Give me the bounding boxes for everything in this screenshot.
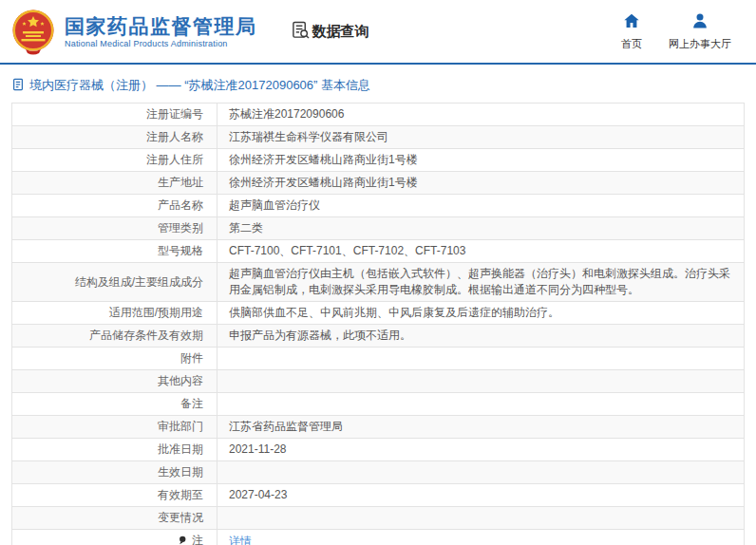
row-value bbox=[217, 393, 745, 416]
row-value: 第二类 bbox=[217, 217, 745, 240]
table-row: 产品名称超声脑血管治疗仪 bbox=[12, 195, 745, 217]
row-value: 2021-11-28 bbox=[217, 439, 745, 461]
table-row: 注册证编号苏械注准20172090606 bbox=[12, 103, 745, 126]
table-row: 注详情 bbox=[12, 530, 745, 545]
row-value: 供脑部供血不足、中风前兆期、中风后康复及后遗症的辅助治疗。 bbox=[217, 302, 745, 325]
header-nav: 首页 网上办事大厅 bbox=[621, 11, 743, 51]
row-label: 结构及组成/主要组成成分 bbox=[12, 263, 217, 302]
table-row: 批准日期2021-11-28 bbox=[12, 439, 745, 461]
brand-subtitle: National Medical Products Administration bbox=[65, 39, 257, 48]
row-label: 产品储存条件及有效期 bbox=[12, 325, 217, 348]
row-value: CFT-7100、CFT-7101、CFT-7102、CFT-7103 bbox=[217, 240, 745, 263]
table-row: 注册人名称江苏瑞祺生命科学仪器有限公司 bbox=[12, 126, 745, 149]
user-icon bbox=[690, 11, 709, 34]
details-link[interactable]: 详情 bbox=[229, 535, 252, 545]
table-row: 有效期至2027-04-23 bbox=[12, 484, 745, 507]
info-table-body: 注册证编号苏械注准20172090606注册人名称江苏瑞祺生命科学仪器有限公司注… bbox=[12, 103, 745, 545]
table-row: 附件 bbox=[12, 348, 745, 370]
row-value: 申报产品为有源器械，此项不适用。 bbox=[217, 325, 745, 348]
data-query-tab[interactable]: 数据查询 bbox=[292, 21, 369, 43]
row-value: 江苏省药品监督管理局 bbox=[217, 416, 745, 439]
nmpa-emblem-icon bbox=[9, 8, 57, 55]
row-label: 有效期至 bbox=[12, 484, 217, 507]
nav-item-service-hall[interactable]: 网上办事大厅 bbox=[669, 11, 731, 51]
row-value: 超声脑血管治疗仪由主机（包括嵌入式软件）、超声换能器（治疗头）和电刺激探头组成。… bbox=[217, 263, 745, 302]
row-label: 注 bbox=[12, 530, 217, 545]
row-label: 产品名称 bbox=[12, 195, 217, 217]
row-label: 变更情况 bbox=[12, 507, 217, 530]
brand-block: 国家药品监督管理局 National Medical Products Admi… bbox=[65, 14, 257, 48]
row-label: 注册人住所 bbox=[12, 149, 217, 172]
table-row: 变更情况 bbox=[12, 507, 745, 530]
row-label: 附件 bbox=[12, 348, 217, 370]
row-value bbox=[217, 348, 745, 370]
row-label: 适用范围/预期用途 bbox=[12, 302, 217, 325]
info-table: 注册证编号苏械注准20172090606注册人名称江苏瑞祺生命科学仪器有限公司注… bbox=[11, 103, 745, 545]
pin-icon bbox=[178, 534, 187, 545]
row-value: 详情 bbox=[217, 530, 745, 545]
table-row: 其他内容 bbox=[12, 370, 745, 393]
row-label: 备注 bbox=[12, 393, 217, 416]
row-label: 生效日期 bbox=[12, 461, 217, 484]
data-query-icon bbox=[292, 21, 310, 43]
row-value: 徐州经济开发区蟠桃山路商业街1号楼 bbox=[217, 172, 745, 195]
row-value: 苏械注准20172090606 bbox=[217, 103, 745, 126]
table-row: 型号规格CFT-7100、CFT-7101、CFT-7102、CFT-7103 bbox=[12, 240, 745, 263]
breadcrumb-text: 境内医疗器械（注册） —— “苏械注准20172090606” 基本信息 bbox=[29, 77, 370, 94]
table-row: 适用范围/预期用途供脑部供血不足、中风前兆期、中风后康复及后遗症的辅助治疗。 bbox=[12, 302, 745, 325]
document-icon bbox=[11, 78, 25, 94]
row-label: 型号规格 bbox=[12, 240, 217, 263]
home-icon bbox=[622, 11, 641, 34]
row-value: 超声脑血管治疗仪 bbox=[217, 195, 745, 217]
table-row: 生效日期 bbox=[12, 461, 745, 484]
row-label: 批准日期 bbox=[12, 439, 217, 461]
header-divider bbox=[0, 63, 756, 65]
table-row: 产品储存条件及有效期申报产品为有源器械，此项不适用。 bbox=[12, 325, 745, 348]
row-label: 生产地址 bbox=[12, 172, 217, 195]
row-value: 徐州经济开发区蟠桃山路商业街1号楼 bbox=[217, 149, 745, 172]
brand-title: 国家药品监督管理局 bbox=[65, 14, 257, 38]
table-row: 注册人住所徐州经济开发区蟠桃山路商业街1号楼 bbox=[12, 149, 745, 172]
table-row: 管理类别第二类 bbox=[12, 217, 745, 240]
row-value: 2027-04-23 bbox=[217, 484, 745, 507]
table-row: 审批部门江苏省药品监督管理局 bbox=[12, 416, 745, 439]
row-value bbox=[217, 370, 745, 393]
table-row: 生产地址徐州经济开发区蟠桃山路商业街1号楼 bbox=[12, 172, 745, 195]
row-label: 审批部门 bbox=[12, 416, 217, 439]
row-value: 江苏瑞祺生命科学仪器有限公司 bbox=[217, 126, 745, 149]
table-row: 结构及组成/主要组成成分超声脑血管治疗仪由主机（包括嵌入式软件）、超声换能器（治… bbox=[12, 263, 745, 302]
nav-item-label: 网上办事大厅 bbox=[669, 37, 731, 51]
data-query-label: 数据查询 bbox=[312, 23, 369, 41]
row-label: 管理类别 bbox=[12, 217, 217, 240]
table-row: 备注 bbox=[12, 393, 745, 416]
row-label: 注册证编号 bbox=[12, 103, 217, 126]
row-value bbox=[217, 507, 745, 530]
row-label: 注册人名称 bbox=[12, 126, 217, 149]
breadcrumb: 境内医疗器械（注册） —— “苏械注准20172090606” 基本信息 bbox=[11, 77, 745, 94]
row-value bbox=[217, 461, 745, 484]
nav-item-home[interactable]: 首页 bbox=[621, 11, 642, 51]
header: 国家药品监督管理局 National Medical Products Admi… bbox=[0, 0, 756, 63]
nav-item-label: 首页 bbox=[621, 37, 642, 51]
row-label: 其他内容 bbox=[12, 370, 217, 393]
